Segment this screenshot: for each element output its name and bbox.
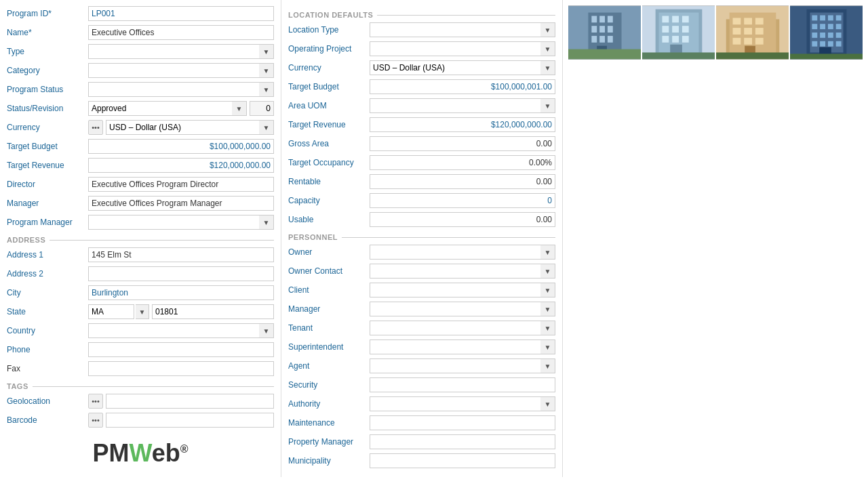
revision-input[interactable] — [250, 101, 274, 116]
city-input[interactable] — [88, 285, 274, 300]
address1-row: Address 1 — [7, 247, 274, 263]
capacity-label: Capacity — [288, 196, 370, 205]
target-revenue-input[interactable] — [88, 158, 274, 173]
property-manager-input[interactable] — [370, 434, 555, 449]
area-uom-select[interactable] — [370, 98, 555, 113]
country-row: Country ▼ — [7, 323, 274, 339]
svg-rect-4 — [608, 16, 613, 22]
fax-input[interactable] — [88, 361, 274, 376]
target-revenue-row: Target Revenue — [7, 157, 274, 173]
target-budget-input[interactable] — [88, 139, 274, 154]
program-status-row: Program Status ▼ — [7, 81, 274, 98]
geolocation-row: Geolocation ••• — [7, 393, 274, 409]
svg-rect-52 — [812, 33, 817, 38]
fax-label: Fax — [7, 364, 88, 373]
geolocation-input[interactable] — [106, 394, 274, 409]
geolocation-dots-button[interactable]: ••• — [88, 394, 103, 409]
program-manager-select[interactable] — [88, 215, 274, 230]
target-budget-label: Target Budget — [7, 142, 88, 151]
building-svg-3 — [716, 5, 789, 60]
personnel-manager-row: Manager ▼ — [288, 301, 555, 317]
city-label: City — [7, 288, 88, 297]
authority-select[interactable] — [370, 396, 555, 411]
address2-input[interactable] — [88, 266, 274, 281]
svg-rect-24 — [682, 36, 689, 43]
mid-currency-select[interactable]: USD – Dollar (USA) — [370, 60, 555, 75]
capacity-input[interactable] — [370, 193, 555, 208]
svg-rect-38 — [755, 38, 764, 45]
personnel-section-line — [342, 237, 555, 238]
category-select[interactable] — [88, 63, 274, 78]
manager-input[interactable] — [88, 196, 274, 211]
phone-input[interactable] — [88, 342, 274, 357]
svg-rect-31 — [744, 18, 752, 24]
rentable-label: Rentable — [288, 177, 370, 186]
location-defaults-line — [377, 15, 555, 16]
currency-select[interactable]: USD – Dollar (USA) — [106, 120, 274, 135]
state-label: State — [7, 307, 88, 316]
zip-input[interactable] — [152, 304, 274, 319]
svg-rect-47 — [836, 15, 842, 20]
pmweb-logo: PMWeb® — [7, 439, 274, 468]
status-select-wrapper: Approved ▼ — [88, 101, 247, 116]
client-row: Client ▼ — [288, 282, 555, 298]
operating-project-select-wrapper: ▼ — [370, 41, 555, 56]
manager-row: Manager — [7, 195, 274, 211]
location-type-select[interactable] — [370, 22, 555, 37]
gross-area-row: Gross Area — [288, 136, 555, 152]
barcode-dots-button[interactable]: ••• — [88, 413, 103, 428]
authority-row: Authority ▼ — [288, 396, 555, 412]
currency-dots-button[interactable]: ••• — [88, 120, 103, 135]
owner-contact-select[interactable] — [370, 264, 555, 279]
mid-target-revenue-input[interactable] — [370, 117, 555, 132]
usable-input[interactable] — [370, 212, 555, 227]
agent-select-wrapper: ▼ — [370, 358, 555, 373]
geolocation-label: Geolocation — [7, 396, 88, 406]
program-status-select[interactable] — [88, 82, 274, 97]
personnel-manager-select[interactable] — [370, 302, 555, 316]
type-label: Type — [7, 47, 88, 56]
type-select[interactable] — [88, 44, 274, 59]
building-images-row — [568, 5, 863, 60]
superintendent-row: Superintendent ▼ — [288, 339, 555, 355]
rentable-input[interactable] — [370, 174, 555, 189]
security-input[interactable] — [370, 377, 555, 392]
municipality-input[interactable] — [370, 453, 555, 468]
barcode-input[interactable] — [106, 413, 274, 428]
country-select[interactable] — [88, 323, 274, 338]
mid-currency-label: Currency — [288, 63, 370, 73]
address1-input[interactable] — [88, 247, 274, 262]
program-id-input[interactable] — [88, 6, 274, 21]
status-select[interactable]: Approved — [88, 101, 247, 116]
tenant-select[interactable] — [370, 321, 555, 335]
barcode-row: Barcode ••• — [7, 412, 274, 428]
personnel-manager-select-wrapper: ▼ — [370, 302, 555, 316]
municipality-label: Municipality — [288, 456, 370, 466]
superintendent-select-wrapper: ▼ — [370, 339, 555, 354]
owner-select[interactable] — [370, 245, 555, 260]
gross-area-input[interactable] — [370, 136, 555, 151]
authority-select-wrapper: ▼ — [370, 396, 555, 411]
operating-project-select[interactable] — [370, 41, 555, 56]
director-input[interactable] — [88, 177, 274, 192]
maintenance-input[interactable] — [370, 415, 555, 430]
svg-rect-36 — [733, 38, 741, 45]
svg-rect-48 — [812, 24, 817, 29]
state-select[interactable]: MA — [88, 304, 134, 319]
svg-rect-18 — [682, 16, 689, 22]
superintendent-select[interactable] — [370, 339, 555, 354]
target-occupancy-row: Target Occupancy — [288, 155, 555, 171]
mid-currency-row: Currency USD – Dollar (USA) ▼ — [288, 60, 555, 76]
agent-select[interactable] — [370, 358, 555, 373]
state-zip-wrapper: MA ▼ — [88, 304, 274, 319]
mid-target-budget-input[interactable] — [370, 79, 555, 94]
target-occupancy-input[interactable] — [370, 155, 555, 170]
city-row: City — [7, 285, 274, 301]
program-manager-label: Program Manager — [7, 218, 88, 227]
type-select-wrapper: ▼ — [88, 44, 274, 59]
name-input[interactable] — [88, 25, 274, 40]
client-select[interactable] — [370, 283, 555, 297]
svg-rect-61 — [790, 54, 863, 59]
svg-rect-19 — [662, 26, 669, 33]
building-image-4 — [790, 5, 863, 60]
